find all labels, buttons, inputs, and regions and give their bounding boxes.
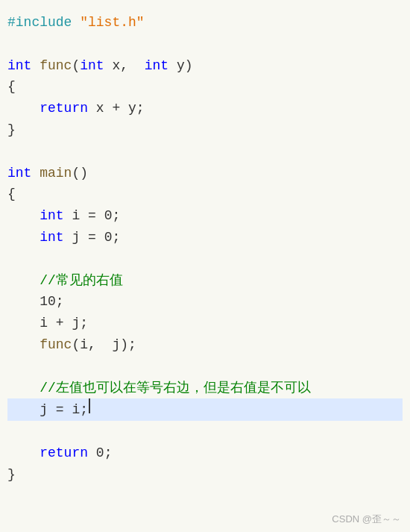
func-call-args: (i, j); — [72, 334, 136, 356]
code-line-func-call: func(i, j); — [7, 334, 403, 356]
plain-space — [31, 55, 40, 77]
code-line-empty-1 — [7, 34, 403, 55]
code-line-comment-rvalue: //常见的右值 — [7, 270, 403, 292]
code-line-j-assign-i[interactable]: j = i; — [7, 398, 403, 421]
paren-main: () — [72, 163, 88, 184]
indent-comment1 — [7, 270, 40, 292]
code-line-empty-5 — [7, 421, 403, 442]
plain-j-decl: j = 0; — [64, 227, 121, 248]
code-line-int-i: int i = 0; — [7, 205, 403, 227]
indent-i — [7, 205, 40, 227]
plain-y: y) — [168, 55, 192, 77]
code-line-return-0: return 0; — [7, 442, 403, 464]
plain-space-main — [31, 163, 40, 184]
code-line-return-xy: return x + y; — [7, 98, 403, 119]
plain-return-expr: x + y; — [88, 98, 145, 119]
keyword-int-j: int — [40, 227, 63, 248]
code-line-i-plus-j: i + j; — [7, 313, 403, 334]
func-name-main: main — [40, 163, 72, 184]
code-line-brace-open-main: { — [7, 184, 403, 205]
brace-open-main: { — [7, 184, 16, 205]
indent — [7, 98, 40, 119]
keyword-return-main: return — [40, 442, 88, 464]
indent-comment2 — [7, 378, 40, 399]
keyword-int-main: int — [7, 163, 31, 184]
keyword-int-y: int — [145, 55, 168, 77]
code-editor: #include "list.h" int func(int x, int y)… — [0, 0, 410, 532]
plain-return-0: 0; — [88, 442, 112, 464]
plain-i-decl: i = 0; — [64, 205, 121, 227]
plain-i-plus-j: i + j; — [7, 313, 88, 334]
code-line-main-decl: int main() — [7, 163, 403, 184]
keyword-int-x: int — [80, 55, 104, 77]
watermark: CSDN @歪～～ — [332, 513, 401, 526]
indent-func-call — [7, 334, 40, 356]
code-line-1: #include "list.h" — [7, 12, 403, 34]
keyword-int: int — [7, 55, 31, 77]
keyword-return: return — [40, 98, 88, 119]
brace-open: { — [7, 76, 16, 98]
func-call-name: func — [40, 334, 72, 356]
plain-j-assign: j = i; — [7, 399, 88, 421]
code-line-brace-open-func: { — [7, 76, 403, 98]
code-line-brace-close-main: } — [7, 464, 403, 486]
code-line-func-decl: int func(int x, int y) — [7, 55, 403, 77]
indent-j — [7, 227, 40, 248]
plain-x: x, — [104, 55, 145, 77]
comment-lvalue: //左值也可以在等号右边，但是右值是不可以 — [40, 378, 311, 399]
code-line-brace-close-func: } — [7, 119, 403, 141]
code-line-10: 10; — [7, 291, 403, 313]
code-line-empty-3 — [7, 248, 403, 270]
keyword-int-i: int — [40, 205, 63, 227]
func-name-func: func — [40, 55, 72, 77]
paren-open: ( — [72, 55, 80, 77]
brace-close: } — [7, 119, 16, 141]
code-line-empty-4 — [7, 356, 403, 378]
string-token: "list.h" — [80, 12, 144, 34]
comment-rvalue: //常见的右值 — [40, 270, 123, 292]
code-line-comment-lvalue: //左值也可以在等号右边，但是右值是不可以 — [7, 378, 403, 399]
indent-return — [7, 442, 40, 464]
code-line-int-j: int j = 0; — [7, 227, 403, 248]
plain-10: 10; — [7, 291, 64, 313]
preprocessor-token: #include — [7, 12, 80, 34]
brace-close-main: } — [7, 464, 16, 486]
text-cursor — [89, 398, 90, 413]
code-line-empty-2 — [7, 141, 403, 163]
